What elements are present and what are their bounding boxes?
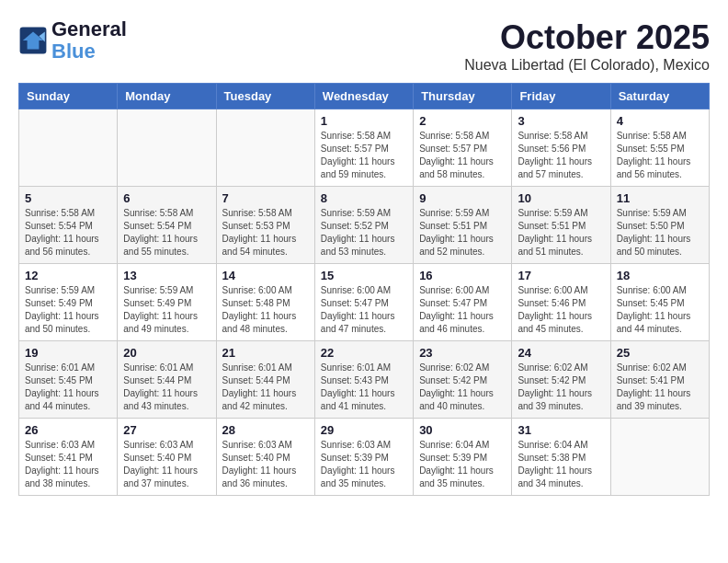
calendar-day-cell: 25Sunrise: 6:02 AM Sunset: 5:41 PM Dayli… <box>610 341 709 419</box>
calendar-day-cell: 6Sunrise: 5:58 AM Sunset: 5:54 PM Daylig… <box>118 187 216 264</box>
day-number: 24 <box>518 346 604 360</box>
calendar-week-row: 12Sunrise: 5:59 AM Sunset: 5:49 PM Dayli… <box>19 264 710 341</box>
day-number: 22 <box>321 346 407 360</box>
calendar-day-cell: 15Sunrise: 6:00 AM Sunset: 5:47 PM Dayli… <box>314 264 413 341</box>
day-info: Sunrise: 5:58 AM Sunset: 5:54 PM Dayligh… <box>25 207 111 259</box>
day-number: 19 <box>25 346 111 360</box>
weekday-header: Wednesday <box>314 84 413 109</box>
title-area: October 2025 Nueva Libertad (El Colorado… <box>464 18 710 74</box>
calendar-day-cell: 30Sunrise: 6:04 AM Sunset: 5:39 PM Dayli… <box>414 419 512 496</box>
weekday-header-row: SundayMondayTuesdayWednesdayThursdayFrid… <box>19 84 710 109</box>
day-number: 5 <box>25 191 111 205</box>
day-info: Sunrise: 6:04 AM Sunset: 5:39 PM Dayligh… <box>419 439 506 490</box>
calendar-table: SundayMondayTuesdayWednesdayThursdayFrid… <box>18 83 710 496</box>
day-info: Sunrise: 6:00 AM Sunset: 5:46 PM Dayligh… <box>518 284 604 336</box>
day-number: 1 <box>321 114 407 128</box>
day-info: Sunrise: 6:04 AM Sunset: 5:38 PM Dayligh… <box>518 439 604 490</box>
weekday-header: Friday <box>512 84 610 109</box>
day-number: 4 <box>617 114 703 128</box>
day-number: 29 <box>321 423 407 437</box>
day-info: Sunrise: 6:02 AM Sunset: 5:42 PM Dayligh… <box>419 362 506 413</box>
calendar-day-cell <box>216 109 314 187</box>
calendar-day-cell: 27Sunrise: 6:03 AM Sunset: 5:40 PM Dayli… <box>118 419 216 496</box>
calendar-day-cell: 21Sunrise: 6:01 AM Sunset: 5:44 PM Dayli… <box>216 341 314 419</box>
day-number: 21 <box>222 346 309 360</box>
calendar-day-cell <box>19 109 118 187</box>
calendar-day-cell: 23Sunrise: 6:02 AM Sunset: 5:42 PM Dayli… <box>414 341 512 419</box>
day-info: Sunrise: 5:58 AM Sunset: 5:57 PM Dayligh… <box>419 130 506 181</box>
calendar-day-cell: 26Sunrise: 6:03 AM Sunset: 5:41 PM Dayli… <box>19 419 118 496</box>
day-number: 20 <box>123 346 210 360</box>
calendar-day-cell: 10Sunrise: 5:59 AM Sunset: 5:51 PM Dayli… <box>512 187 610 264</box>
day-info: Sunrise: 6:00 AM Sunset: 5:47 PM Dayligh… <box>419 284 506 336</box>
day-info: Sunrise: 6:01 AM Sunset: 5:44 PM Dayligh… <box>222 362 309 413</box>
day-number: 8 <box>321 191 407 205</box>
day-number: 11 <box>617 191 703 205</box>
day-number: 30 <box>419 423 506 437</box>
logo-icon <box>18 26 48 55</box>
calendar-day-cell: 11Sunrise: 5:59 AM Sunset: 5:50 PM Dayli… <box>610 187 709 264</box>
day-number: 15 <box>321 269 407 282</box>
weekday-header: Thursday <box>414 84 512 109</box>
day-info: Sunrise: 6:01 AM Sunset: 5:43 PM Dayligh… <box>321 362 407 413</box>
day-info: Sunrise: 6:00 AM Sunset: 5:47 PM Dayligh… <box>321 284 407 336</box>
day-info: Sunrise: 5:59 AM Sunset: 5:49 PM Dayligh… <box>123 284 210 336</box>
day-info: Sunrise: 5:58 AM Sunset: 5:56 PM Dayligh… <box>518 130 604 181</box>
calendar-day-cell: 13Sunrise: 5:59 AM Sunset: 5:49 PM Dayli… <box>118 264 216 341</box>
day-info: Sunrise: 6:01 AM Sunset: 5:45 PM Dayligh… <box>25 362 111 413</box>
day-info: Sunrise: 6:03 AM Sunset: 5:40 PM Dayligh… <box>222 439 309 490</box>
day-info: Sunrise: 6:02 AM Sunset: 5:41 PM Dayligh… <box>617 362 703 413</box>
calendar-day-cell: 22Sunrise: 6:01 AM Sunset: 5:43 PM Dayli… <box>314 341 413 419</box>
logo: General Blue <box>18 18 127 63</box>
calendar-day-cell: 7Sunrise: 5:58 AM Sunset: 5:53 PM Daylig… <box>216 187 314 264</box>
calendar-day-cell: 12Sunrise: 5:59 AM Sunset: 5:49 PM Dayli… <box>19 264 118 341</box>
day-info: Sunrise: 5:58 AM Sunset: 5:57 PM Dayligh… <box>321 130 407 181</box>
calendar-day-cell: 1Sunrise: 5:58 AM Sunset: 5:57 PM Daylig… <box>314 109 413 187</box>
day-info: Sunrise: 6:01 AM Sunset: 5:44 PM Dayligh… <box>123 362 210 413</box>
calendar-day-cell: 5Sunrise: 5:58 AM Sunset: 5:54 PM Daylig… <box>19 187 118 264</box>
weekday-header: Monday <box>118 84 216 109</box>
calendar-week-row: 19Sunrise: 6:01 AM Sunset: 5:45 PM Dayli… <box>19 341 710 419</box>
day-info: Sunrise: 5:59 AM Sunset: 5:51 PM Dayligh… <box>419 207 506 259</box>
calendar-day-cell <box>610 419 709 496</box>
day-number: 16 <box>419 269 506 282</box>
day-number: 9 <box>419 191 506 205</box>
calendar-day-cell: 8Sunrise: 5:59 AM Sunset: 5:52 PM Daylig… <box>314 187 413 264</box>
day-info: Sunrise: 5:59 AM Sunset: 5:50 PM Dayligh… <box>617 207 703 259</box>
calendar-day-cell: 28Sunrise: 6:03 AM Sunset: 5:40 PM Dayli… <box>216 419 314 496</box>
day-info: Sunrise: 6:02 AM Sunset: 5:42 PM Dayligh… <box>518 362 604 413</box>
calendar-day-cell: 3Sunrise: 5:58 AM Sunset: 5:56 PM Daylig… <box>512 109 610 187</box>
calendar-week-row: 1Sunrise: 5:58 AM Sunset: 5:57 PM Daylig… <box>19 109 710 187</box>
day-number: 3 <box>518 114 604 128</box>
day-info: Sunrise: 6:00 AM Sunset: 5:45 PM Dayligh… <box>617 284 703 336</box>
day-info: Sunrise: 5:59 AM Sunset: 5:49 PM Dayligh… <box>25 284 111 336</box>
location-subtitle: Nueva Libertad (El Colorado), Mexico <box>464 57 710 74</box>
weekday-header: Sunday <box>19 84 118 109</box>
calendar-day-cell: 18Sunrise: 6:00 AM Sunset: 5:45 PM Dayli… <box>610 264 709 341</box>
calendar-day-cell <box>118 109 216 187</box>
day-number: 18 <box>617 269 703 282</box>
day-number: 23 <box>419 346 506 360</box>
day-number: 7 <box>222 191 309 205</box>
calendar-day-cell: 19Sunrise: 6:01 AM Sunset: 5:45 PM Dayli… <box>19 341 118 419</box>
day-number: 10 <box>518 191 604 205</box>
day-info: Sunrise: 5:59 AM Sunset: 5:51 PM Dayligh… <box>518 207 604 259</box>
calendar-day-cell: 16Sunrise: 6:00 AM Sunset: 5:47 PM Dayli… <box>414 264 512 341</box>
day-info: Sunrise: 5:58 AM Sunset: 5:53 PM Dayligh… <box>222 207 309 259</box>
weekday-header: Saturday <box>610 84 709 109</box>
logo-text: General Blue <box>51 18 127 63</box>
calendar-day-cell: 20Sunrise: 6:01 AM Sunset: 5:44 PM Dayli… <box>118 341 216 419</box>
day-info: Sunrise: 6:00 AM Sunset: 5:48 PM Dayligh… <box>222 284 309 336</box>
month-title: October 2025 <box>464 18 710 57</box>
calendar-day-cell: 4Sunrise: 5:58 AM Sunset: 5:55 PM Daylig… <box>610 109 709 187</box>
calendar-day-cell: 9Sunrise: 5:59 AM Sunset: 5:51 PM Daylig… <box>414 187 512 264</box>
calendar-day-cell: 17Sunrise: 6:00 AM Sunset: 5:46 PM Dayli… <box>512 264 610 341</box>
day-info: Sunrise: 5:58 AM Sunset: 5:55 PM Dayligh… <box>617 130 703 181</box>
day-number: 13 <box>123 269 210 282</box>
calendar-day-cell: 14Sunrise: 6:00 AM Sunset: 5:48 PM Dayli… <box>216 264 314 341</box>
day-number: 6 <box>123 191 210 205</box>
day-number: 31 <box>518 423 604 437</box>
calendar-day-cell: 24Sunrise: 6:02 AM Sunset: 5:42 PM Dayli… <box>512 341 610 419</box>
calendar-week-row: 5Sunrise: 5:58 AM Sunset: 5:54 PM Daylig… <box>19 187 710 264</box>
page-header: General Blue October 2025 Nueva Libertad… <box>18 18 710 74</box>
